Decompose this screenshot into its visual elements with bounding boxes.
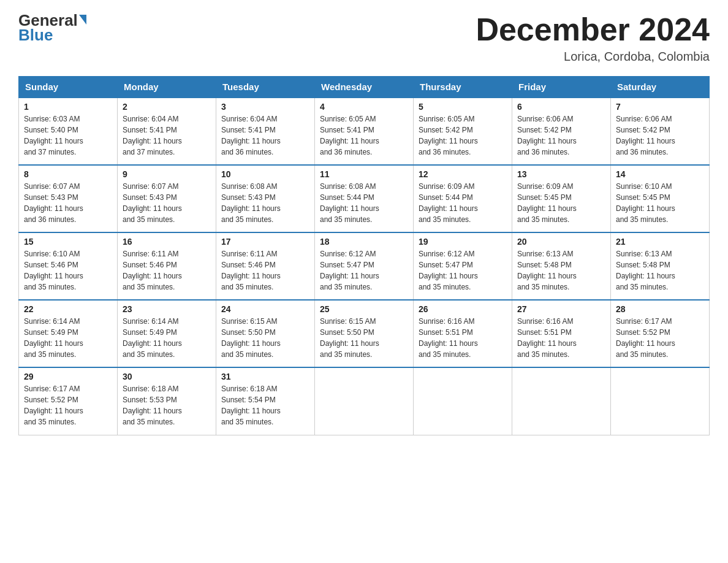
day-number: 23 <box>123 304 211 314</box>
day-number: 18 <box>320 237 408 247</box>
day-info: Sunrise: 6:17 AM Sunset: 5:52 PM Dayligh… <box>24 383 112 427</box>
column-header-friday: Friday <box>512 77 611 98</box>
day-info: Sunrise: 6:08 AM Sunset: 5:44 PM Dayligh… <box>320 181 408 225</box>
calendar-cell <box>414 367 512 435</box>
column-header-saturday: Saturday <box>611 77 710 98</box>
calendar-cell: 14 Sunrise: 6:10 AM Sunset: 5:45 PM Dayl… <box>611 165 710 232</box>
day-info: Sunrise: 6:15 AM Sunset: 5:50 PM Dayligh… <box>221 316 309 360</box>
calendar-cell: 13 Sunrise: 6:09 AM Sunset: 5:45 PM Dayl… <box>512 165 611 232</box>
calendar-cell: 27 Sunrise: 6:16 AM Sunset: 5:51 PM Dayl… <box>512 300 611 367</box>
logo-blue-text: Blue <box>18 26 53 45</box>
calendar-cell: 12 Sunrise: 6:09 AM Sunset: 5:44 PM Dayl… <box>414 165 512 232</box>
day-info: Sunrise: 6:04 AM Sunset: 5:41 PM Dayligh… <box>123 113 211 158</box>
day-number: 21 <box>616 237 704 247</box>
day-info: Sunrise: 6:08 AM Sunset: 5:43 PM Dayligh… <box>221 181 309 225</box>
day-number: 22 <box>24 304 112 314</box>
calendar-cell: 31 Sunrise: 6:18 AM Sunset: 5:54 PM Dayl… <box>216 367 315 435</box>
day-number: 20 <box>517 237 605 247</box>
calendar-cell: 25 Sunrise: 6:15 AM Sunset: 5:50 PM Dayl… <box>315 300 414 367</box>
logo: General Blue <box>18 12 86 45</box>
logo-triangle-icon <box>79 15 86 25</box>
day-number: 9 <box>123 169 211 179</box>
day-number: 14 <box>616 169 704 179</box>
week-row-3: 15 Sunrise: 6:10 AM Sunset: 5:46 PM Dayl… <box>19 232 710 300</box>
calendar-table: SundayMondayTuesdayWednesdayThursdayFrid… <box>18 76 710 435</box>
day-info: Sunrise: 6:11 AM Sunset: 5:46 PM Dayligh… <box>221 248 309 293</box>
week-row-2: 8 Sunrise: 6:07 AM Sunset: 5:43 PM Dayli… <box>19 165 710 232</box>
calendar-cell: 16 Sunrise: 6:11 AM Sunset: 5:46 PM Dayl… <box>118 232 216 300</box>
calendar-cell: 21 Sunrise: 6:13 AM Sunset: 5:48 PM Dayl… <box>611 232 710 300</box>
day-number: 2 <box>123 102 211 112</box>
calendar-cell: 18 Sunrise: 6:12 AM Sunset: 5:47 PM Dayl… <box>315 232 414 300</box>
calendar-title: December 2024 <box>476 12 710 47</box>
day-number: 8 <box>24 169 112 179</box>
calendar-cell: 20 Sunrise: 6:13 AM Sunset: 5:48 PM Dayl… <box>512 232 611 300</box>
day-info: Sunrise: 6:15 AM Sunset: 5:50 PM Dayligh… <box>320 316 408 360</box>
day-info: Sunrise: 6:14 AM Sunset: 5:49 PM Dayligh… <box>123 316 211 360</box>
calendar-subtitle: Lorica, Cordoba, Colombia <box>476 50 710 64</box>
day-info: Sunrise: 6:05 AM Sunset: 5:41 PM Dayligh… <box>320 113 408 158</box>
column-header-sunday: Sunday <box>19 77 118 98</box>
calendar-cell: 29 Sunrise: 6:17 AM Sunset: 5:52 PM Dayl… <box>19 367 118 435</box>
day-number: 25 <box>320 304 408 314</box>
calendar-cell <box>315 367 414 435</box>
day-number: 4 <box>320 102 408 112</box>
column-header-thursday: Thursday <box>414 77 512 98</box>
column-header-wednesday: Wednesday <box>315 77 414 98</box>
day-info: Sunrise: 6:11 AM Sunset: 5:46 PM Dayligh… <box>123 248 211 293</box>
day-number: 12 <box>419 169 507 179</box>
day-info: Sunrise: 6:07 AM Sunset: 5:43 PM Dayligh… <box>123 181 211 225</box>
day-number: 13 <box>517 169 605 179</box>
day-info: Sunrise: 6:12 AM Sunset: 5:47 PM Dayligh… <box>320 248 408 293</box>
calendar-cell: 8 Sunrise: 6:07 AM Sunset: 5:43 PM Dayli… <box>19 165 118 232</box>
day-number: 30 <box>123 372 211 381</box>
calendar-cell: 6 Sunrise: 6:06 AM Sunset: 5:42 PM Dayli… <box>512 98 611 165</box>
calendar-cell: 23 Sunrise: 6:14 AM Sunset: 5:49 PM Dayl… <box>118 300 216 367</box>
day-info: Sunrise: 6:13 AM Sunset: 5:48 PM Dayligh… <box>517 248 605 293</box>
day-number: 27 <box>517 304 605 314</box>
day-number: 6 <box>517 102 605 112</box>
calendar-cell: 30 Sunrise: 6:18 AM Sunset: 5:53 PM Dayl… <box>118 367 216 435</box>
day-info: Sunrise: 6:18 AM Sunset: 5:53 PM Dayligh… <box>123 383 211 427</box>
calendar-cell: 7 Sunrise: 6:06 AM Sunset: 5:42 PM Dayli… <box>611 98 710 165</box>
day-number: 29 <box>24 372 112 381</box>
day-info: Sunrise: 6:17 AM Sunset: 5:52 PM Dayligh… <box>616 316 704 360</box>
day-info: Sunrise: 6:16 AM Sunset: 5:51 PM Dayligh… <box>419 316 507 360</box>
calendar-cell: 4 Sunrise: 6:05 AM Sunset: 5:41 PM Dayli… <box>315 98 414 165</box>
day-info: Sunrise: 6:07 AM Sunset: 5:43 PM Dayligh… <box>24 181 112 225</box>
calendar-cell: 17 Sunrise: 6:11 AM Sunset: 5:46 PM Dayl… <box>216 232 315 300</box>
day-info: Sunrise: 6:06 AM Sunset: 5:42 PM Dayligh… <box>517 113 605 158</box>
day-info: Sunrise: 6:05 AM Sunset: 5:42 PM Dayligh… <box>419 113 507 158</box>
calendar-cell: 10 Sunrise: 6:08 AM Sunset: 5:43 PM Dayl… <box>216 165 315 232</box>
column-header-monday: Monday <box>118 77 216 98</box>
day-number: 11 <box>320 169 408 179</box>
day-number: 31 <box>221 372 309 381</box>
day-info: Sunrise: 6:18 AM Sunset: 5:54 PM Dayligh… <box>221 383 309 427</box>
calendar-cell: 28 Sunrise: 6:17 AM Sunset: 5:52 PM Dayl… <box>611 300 710 367</box>
day-info: Sunrise: 6:16 AM Sunset: 5:51 PM Dayligh… <box>517 316 605 360</box>
calendar-cell: 1 Sunrise: 6:03 AM Sunset: 5:40 PM Dayli… <box>19 98 118 165</box>
calendar-cell <box>611 367 710 435</box>
week-row-5: 29 Sunrise: 6:17 AM Sunset: 5:52 PM Dayl… <box>19 367 710 435</box>
day-number: 16 <box>123 237 211 247</box>
day-info: Sunrise: 6:09 AM Sunset: 5:44 PM Dayligh… <box>419 181 507 225</box>
calendar-cell: 15 Sunrise: 6:10 AM Sunset: 5:46 PM Dayl… <box>19 232 118 300</box>
day-number: 3 <box>221 102 309 112</box>
day-number: 24 <box>221 304 309 314</box>
column-header-tuesday: Tuesday <box>216 77 315 98</box>
day-info: Sunrise: 6:09 AM Sunset: 5:45 PM Dayligh… <box>517 181 605 225</box>
header-row: SundayMondayTuesdayWednesdayThursdayFrid… <box>19 77 710 98</box>
day-number: 5 <box>419 102 507 112</box>
day-number: 19 <box>419 237 507 247</box>
calendar-cell: 19 Sunrise: 6:12 AM Sunset: 5:47 PM Dayl… <box>414 232 512 300</box>
day-number: 1 <box>24 102 112 112</box>
week-row-4: 22 Sunrise: 6:14 AM Sunset: 5:49 PM Dayl… <box>19 300 710 367</box>
day-info: Sunrise: 6:03 AM Sunset: 5:40 PM Dayligh… <box>24 113 112 158</box>
calendar-cell: 24 Sunrise: 6:15 AM Sunset: 5:50 PM Dayl… <box>216 300 315 367</box>
day-info: Sunrise: 6:10 AM Sunset: 5:46 PM Dayligh… <box>24 248 112 293</box>
day-info: Sunrise: 6:04 AM Sunset: 5:41 PM Dayligh… <box>221 113 309 158</box>
day-number: 28 <box>616 304 704 314</box>
calendar-cell: 9 Sunrise: 6:07 AM Sunset: 5:43 PM Dayli… <box>118 165 216 232</box>
week-row-1: 1 Sunrise: 6:03 AM Sunset: 5:40 PM Dayli… <box>19 98 710 165</box>
day-info: Sunrise: 6:06 AM Sunset: 5:42 PM Dayligh… <box>616 113 704 158</box>
